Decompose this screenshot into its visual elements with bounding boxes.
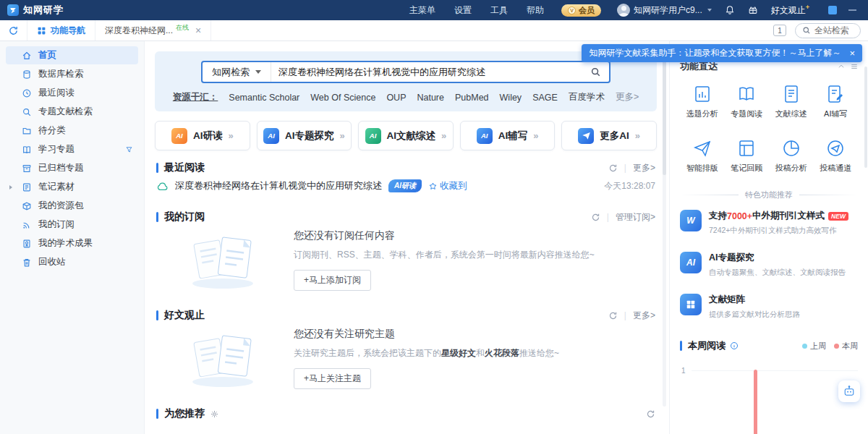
search-query-input[interactable] — [271, 67, 582, 77]
resource-sage[interactable]: SAGE — [532, 93, 558, 103]
ai-read-badge[interactable]: AI研读 — [388, 179, 422, 192]
close-icon[interactable]: × — [849, 48, 855, 59]
feature-grid: 选题分析 专题阅读 文献综述 AI辅写 智能排版 笔记回顾 投稿分析 投稿通道 — [680, 84, 858, 174]
sidebar-item-note-material[interactable]: 笔记素材 — [0, 178, 144, 196]
search-engine-select[interactable]: 知网检索 — [203, 62, 271, 82]
more-link[interactable]: 更多> — [633, 162, 655, 174]
haowen-plus: + — [806, 4, 809, 11]
banner-text: 知网研学文献采集助手：让题录和全文获取更方便！～马上了解～ — [589, 47, 841, 59]
feature-note-review[interactable]: 笔记回顾 — [725, 138, 770, 174]
more-ai-button[interactable]: 更多AI » — [561, 121, 657, 150]
follow-topic-button[interactable]: +马上关注主题 — [294, 368, 371, 389]
ai-writing-button[interactable]: AI AI辅写 » — [460, 121, 556, 150]
ai-read-button[interactable]: AI AI研读 » — [155, 121, 250, 150]
refresh-icon[interactable] — [591, 213, 600, 222]
haowen-quick-link[interactable]: 好文观止+ — [771, 4, 809, 17]
add-subscription-button[interactable]: +马上添加订阅 — [294, 270, 371, 291]
minimize-icon[interactable] — [848, 9, 856, 11]
menu-main[interactable]: 主菜单 — [409, 4, 435, 17]
sidebar-item-academic-achievements[interactable]: 我的学术成果 — [0, 234, 144, 252]
sidebar-item-subscriptions[interactable]: 我的订阅 — [0, 216, 144, 234]
topbar: 知网研学 主菜单 设置 工具 帮助 V 会员 知网研学用户c9... 好文观止+ — [0, 0, 868, 20]
global-search-input[interactable] — [814, 25, 854, 35]
document-icon — [781, 84, 801, 104]
sidebar-item-study-topics[interactable]: 学习专题 — [0, 140, 144, 158]
sidebar-item-archived-topics[interactable]: 已归档专题 — [0, 159, 144, 177]
more-link[interactable]: 更多> — [633, 310, 655, 322]
search-button[interactable] — [582, 62, 609, 82]
collapse-chevron-icon[interactable] — [838, 63, 845, 70]
info-icon[interactable] — [730, 341, 739, 350]
feature-ai-writing[interactable]: AI辅写 — [814, 84, 859, 119]
resource-wiley[interactable]: Wiley — [500, 93, 522, 103]
sidebar-item-label: 专题文献检索 — [38, 106, 93, 118]
recent-reading-item[interactable]: 深度卷积神经网络在计算机视觉中的应用研究综述 AI研读 收藏到 今天13:28:… — [156, 179, 655, 192]
sidebar-item-recycle-bin[interactable]: 回收站 — [0, 253, 144, 271]
paper-plane-icon — [578, 128, 594, 144]
sidebar-item-database-search[interactable]: 数据库检索 — [0, 65, 144, 83]
feature-topic-reading[interactable]: 专题阅读 — [725, 84, 770, 119]
menu-icon[interactable] — [851, 63, 858, 70]
notification-banner[interactable]: 知网研学文献采集助手：让题录和全文获取更方便！～马上了解～ × — [582, 44, 862, 62]
favorite-button[interactable]: 收藏到 — [428, 180, 467, 192]
sidebar-item-label: 笔记素材 — [38, 181, 75, 193]
tab-document[interactable]: 深度卷积神经网... 在线 × — [95, 20, 211, 41]
global-search[interactable] — [795, 23, 861, 38]
user-menu[interactable]: 知网研学用户c9... — [617, 4, 712, 17]
feature-literature-review[interactable]: 文献综述 — [769, 84, 814, 119]
sidebar-item-label: 数据库检索 — [38, 68, 84, 80]
refresh-icon[interactable] — [8, 25, 19, 36]
featured-card-literature-matrix[interactable]: 文献矩阵 提供多篇文献对比分析思路 — [680, 294, 858, 320]
page-indicator[interactable]: 1 — [773, 25, 786, 36]
resource-pubmed[interactable]: PubMed — [455, 93, 489, 103]
sidebar-item-label: 首页 — [38, 49, 56, 61]
resource-baidu-scholar[interactable]: 百度学术 — [569, 91, 605, 103]
resource-web-of-science[interactable]: Web Of Science — [310, 93, 375, 103]
arrow-icon: » — [533, 130, 538, 141]
feature-smart-typesetting[interactable]: 智能排版 — [680, 138, 725, 174]
manage-subscriptions-link[interactable]: 管理订阅> — [616, 211, 655, 224]
featured-card-ai-topic[interactable]: AI AI专题探究 自动专题聚焦、文献综述、文献阅读报告 — [680, 252, 858, 278]
gear-icon[interactable] — [210, 409, 219, 419]
menu-help[interactable]: 帮助 — [527, 4, 544, 17]
sidebar-item-unclassified[interactable]: 待分类 — [0, 122, 144, 140]
featured-title: 特色功能推荐 — [745, 190, 793, 200]
refresh-icon[interactable] — [646, 409, 655, 419]
feature-submission-channel[interactable]: 投稿通道 — [814, 138, 859, 174]
resource-nature[interactable]: Nature — [417, 93, 444, 103]
sidebar-item-topic-search[interactable]: 专题文献检索 — [0, 103, 144, 121]
main-scrollbar[interactable] — [663, 45, 666, 407]
panel-scrollbar[interactable] — [864, 67, 867, 168]
featured-card-desc: 提供多篇文献对比分析思路 — [709, 310, 800, 320]
featured-header: 特色功能推荐 — [680, 190, 858, 200]
resource-oup[interactable]: OUP — [386, 93, 406, 103]
ai-topic-explore-button[interactable]: AI AI专题探究 » — [257, 121, 352, 150]
menu-settings[interactable]: 设置 — [454, 4, 472, 17]
document-title[interactable]: 深度卷积神经网络在计算机视觉中的应用研究综述 — [175, 179, 382, 192]
square-icon[interactable] — [828, 6, 837, 14]
resource-semantic-scholar[interactable]: Semantic Scholar — [229, 93, 299, 103]
sidebar-item-recent-reading[interactable]: 最近阅读 — [0, 84, 144, 102]
menu-tools[interactable]: 工具 — [490, 4, 508, 17]
sidebar-item-resource-pack[interactable]: 我的资源包 — [0, 197, 144, 215]
featured-card-citation-styles[interactable]: W 支持7000+中外期刊引文样式 NEW 7242+中外期刊引文样式助力高效写… — [680, 210, 858, 236]
ai-literature-review-button[interactable]: AI AI文献综述 » — [358, 121, 454, 150]
bell-icon[interactable] — [725, 5, 735, 15]
gift-icon[interactable] — [748, 5, 758, 15]
refresh-icon[interactable] — [608, 163, 618, 173]
section-title: 我的订阅 — [164, 210, 205, 224]
empty-illustration — [182, 230, 263, 291]
expand-caret-icon[interactable] — [9, 185, 12, 190]
ai-tool-label: AI辅写 — [498, 129, 528, 142]
tab-function-nav[interactable]: 功能导航 — [27, 20, 95, 41]
sidebar-item-label: 学习专题 — [38, 143, 75, 156]
vip-badge[interactable]: V 会员 — [561, 4, 601, 17]
resources-more-link[interactable]: 更多> — [616, 91, 639, 103]
close-icon[interactable]: × — [195, 25, 201, 35]
sidebar-item-home[interactable]: 首页 — [6, 46, 138, 64]
filter-icon[interactable] — [125, 145, 133, 153]
feature-topic-analysis[interactable]: 选题分析 — [680, 84, 725, 119]
refresh-icon[interactable] — [608, 311, 618, 320]
assistant-button[interactable] — [838, 380, 860, 402]
feature-submission-analysis[interactable]: 投稿分析 — [769, 138, 814, 174]
